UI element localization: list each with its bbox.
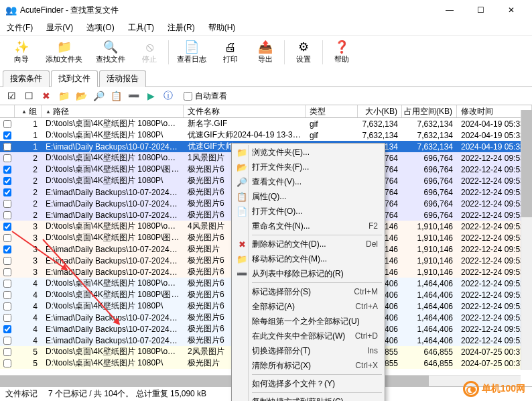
ctx-properties[interactable]: 📋属性(Q)...	[233, 189, 383, 204]
props-icon[interactable]: 📋	[109, 89, 123, 103]
col-type[interactable]: 类型	[306, 105, 358, 117]
context-menu: 📁浏览文件夹(E)... 📂打开文件夹(F)... 🔎查看文件(V)... 📋属…	[231, 143, 385, 401]
tab-found[interactable]: 找到文件	[51, 70, 98, 87]
unmark-icon[interactable]: ☐	[21, 89, 36, 103]
printer-icon: 🖨	[224, 40, 237, 54]
find-button[interactable]: 🔍查找文件	[89, 38, 132, 66]
menu-view[interactable]: 显示(V)	[44, 21, 76, 35]
mark-icon[interactable]: ☑	[4, 89, 19, 103]
info-icon[interactable]: ⓘ	[161, 89, 176, 103]
row-checkbox[interactable]	[3, 280, 11, 288]
open-icon: 📄	[236, 207, 248, 217]
maximize-button[interactable]: ☐	[465, 0, 496, 20]
row-checkbox[interactable]	[3, 291, 11, 299]
folder-open-icon: 📂	[236, 162, 248, 172]
ctx-mark-in-folder[interactable]: 在此文件夹中全部标记(W)Ctrl+D	[233, 329, 383, 343]
cell-path: D:\tools\桌面\4K壁纸图片 1080P\out...	[42, 346, 184, 357]
stop-button[interactable]: ⦸停止	[132, 38, 167, 66]
cell-type: gif	[306, 119, 358, 129]
col-group[interactable]: ▲组	[15, 105, 42, 117]
row-checkbox[interactable]	[3, 177, 11, 185]
logo-icon	[463, 381, 479, 397]
row-checkbox[interactable]	[3, 348, 11, 356]
row-checkbox[interactable]	[3, 325, 11, 333]
menu-file[interactable]: 文件(F)	[4, 21, 36, 35]
delete-icon[interactable]: ✖	[39, 89, 54, 103]
table-row[interactable]: 1D:\tools\桌面\4K壁纸图片 1080P\优速GIF大师2024-04…	[0, 129, 532, 141]
col-size[interactable]: 大小(KB)	[358, 105, 402, 117]
ctx-move-marked[interactable]: 📁移动标记的文件(M)...	[233, 251, 383, 266]
row-checkbox[interactable]	[3, 120, 11, 128]
row-checkbox[interactable]	[3, 314, 11, 322]
remove-icon[interactable]: ➖	[126, 89, 141, 103]
cell-disk: 7,632,134	[402, 142, 457, 152]
scrollbar-thumb[interactable]	[521, 110, 532, 217]
row-checkbox[interactable]	[3, 359, 11, 367]
row-checkbox[interactable]	[3, 143, 11, 151]
menubar: 文件(F) 显示(V) 选项(O) 工具(T) 注册(R) 帮助(H)	[0, 20, 532, 35]
ctx-delete-marked[interactable]: ✖删除标记的文件(D)...Del	[233, 237, 383, 251]
cell-group: 2	[15, 211, 42, 220]
row-checkbox[interactable]	[3, 223, 11, 231]
titlebar[interactable]: 👥 AcuteFinder - 查找重复文件 — ☐ ✕	[0, 0, 532, 20]
ctx-view-file[interactable]: 🔎查看文件(V)...	[233, 174, 383, 189]
row-checkbox[interactable]	[3, 131, 11, 139]
col-filename[interactable]: 文件名称	[184, 105, 306, 117]
ctx-mark-except-first[interactable]: 除每组第一个之外全部标记(U)	[233, 314, 383, 329]
ctx-toggle-selection[interactable]: 切换选择部分(T)Ins	[233, 343, 383, 358]
ctx-rename[interactable]: 重命名文件(N)...F2	[233, 219, 383, 233]
ctx-how-multi[interactable]: 如何选择多个文件？(Y)	[233, 376, 383, 391]
minimize-button[interactable]: —	[434, 0, 465, 20]
cell-disk: 1,464,406	[402, 336, 457, 345]
row-checkbox[interactable]	[3, 200, 11, 208]
row-checkbox[interactable]	[3, 166, 11, 174]
vertical-scrollbar[interactable]	[521, 110, 532, 370]
menu-tools[interactable]: 工具(T)	[125, 21, 157, 35]
row-checkbox[interactable]	[3, 337, 11, 345]
ctx-mark-all[interactable]: 全部标记(A)Ctrl+A	[233, 299, 383, 314]
row-checkbox[interactable]	[3, 257, 11, 265]
col-check[interactable]	[0, 105, 15, 117]
export-button[interactable]: 📤导出	[248, 38, 283, 66]
help-button[interactable]: ❓帮助	[324, 38, 359, 66]
separator	[284, 40, 285, 64]
menu-register[interactable]: 注册(R)	[165, 21, 198, 35]
tab-criteria[interactable]: 搜索条件	[3, 70, 50, 87]
wizard-button[interactable]: ✨向导	[4, 38, 39, 66]
ctx-open-folder[interactable]: 📂打开文件夹(F)...	[233, 160, 383, 174]
row-checkbox[interactable]	[3, 302, 11, 310]
cell-disk: 7,632,134	[402, 131, 457, 140]
row-checkbox[interactable]	[3, 245, 11, 253]
row-checkbox[interactable]	[3, 211, 11, 219]
viewlog-button[interactable]: 📄查看日志	[170, 38, 213, 66]
folder-open-icon[interactable]: 📂	[74, 89, 88, 103]
row-checkbox[interactable]	[3, 188, 11, 196]
autocheck-checkbox[interactable]	[184, 92, 192, 101]
folder-icon[interactable]: 📁	[56, 89, 71, 103]
action-icon[interactable]: ▶	[143, 89, 158, 103]
ctx-open-with[interactable]: 📄打开文件(O)...	[233, 204, 383, 219]
cell-path: D:\tools\桌面\4K壁纸图片 1080P\out...	[42, 152, 184, 164]
table-row[interactable]: 1D:\tools\桌面\4K壁纸图片 1080P\out...新名字.GIFg…	[0, 118, 532, 129]
gear-icon: ⚙	[298, 40, 309, 54]
row-checkbox[interactable]	[3, 234, 11, 242]
ctx-copy-shortcut[interactable]: 复制快捷方式到剪贴板(C)	[233, 394, 383, 401]
row-checkbox[interactable]	[3, 268, 11, 276]
menu-help[interactable]: 帮助(H)	[206, 21, 239, 35]
close-button[interactable]: ✕	[496, 0, 527, 20]
ctx-remove-marked[interactable]: ➖从列表中移除已标记的(R)	[233, 266, 383, 281]
ctx-mark-selection[interactable]: 标记选择部分(S)Ctrl+M	[233, 284, 383, 299]
print-button[interactable]: 🖨打印	[213, 38, 248, 66]
ctx-clear-marks[interactable]: 清除所有标记(X)Ctrl+X	[233, 358, 383, 373]
menu-options[interactable]: 选项(O)	[84, 21, 117, 35]
cell-disk: 1,910,146	[402, 222, 457, 231]
col-disk[interactable]: 占用空间(KB)	[402, 105, 457, 117]
settings-button[interactable]: ⚙设置	[286, 38, 321, 66]
col-path[interactable]: ▲路径	[42, 105, 184, 117]
row-checkbox[interactable]	[3, 154, 11, 162]
tab-report[interactable]: 活动报告	[99, 70, 146, 87]
addfolder-button[interactable]: 📁添加文件夹	[39, 38, 89, 66]
ctx-browse-folder[interactable]: 📁浏览文件夹(E)...	[233, 145, 383, 160]
search-file-icon[interactable]: 🔎	[91, 89, 106, 103]
separator	[252, 392, 382, 393]
